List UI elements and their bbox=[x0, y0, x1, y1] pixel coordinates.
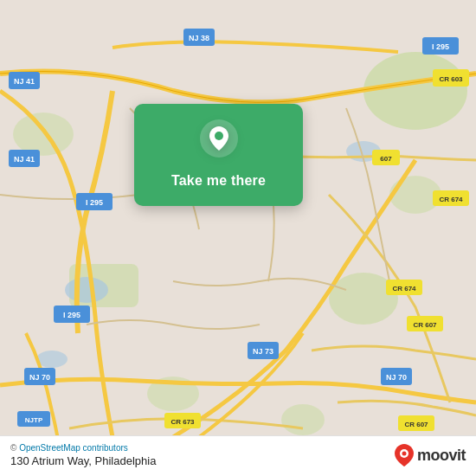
address-label: 130 Atrium Way, Philadelphia bbox=[10, 454, 156, 467]
map-container: I 295 I 295 I 295 NJ 41 NJ 41 NJ 38 CR 6… bbox=[0, 0, 476, 476]
moovit-logo: moovit bbox=[395, 444, 466, 466]
copyright-symbol: © bbox=[10, 443, 16, 453]
svg-text:NJ 41: NJ 41 bbox=[14, 155, 35, 164]
svg-text:NJ 41: NJ 41 bbox=[14, 77, 35, 86]
svg-point-8 bbox=[65, 277, 108, 303]
moovit-brand-text: moovit bbox=[417, 447, 466, 465]
svg-text:NJ 73: NJ 73 bbox=[253, 347, 273, 356]
svg-text:CR 607: CR 607 bbox=[404, 421, 428, 428]
location-pin-icon bbox=[200, 119, 238, 161]
moovit-pin-icon bbox=[395, 444, 414, 466]
popup-card: Take me there bbox=[134, 104, 303, 206]
svg-point-48 bbox=[402, 452, 406, 456]
svg-text:CR 603: CR 603 bbox=[439, 75, 463, 83]
svg-text:NJTP: NJTP bbox=[25, 416, 43, 424]
svg-text:NJ 70: NJ 70 bbox=[29, 373, 50, 382]
map-background: I 295 I 295 I 295 NJ 41 NJ 41 NJ 38 CR 6… bbox=[0, 0, 476, 476]
take-me-there-button[interactable]: Take me there bbox=[171, 170, 266, 192]
svg-text:NJ 70: NJ 70 bbox=[386, 373, 407, 382]
svg-point-1 bbox=[363, 52, 467, 130]
bottom-bar: © OpenStreetMap contributors 130 Atrium … bbox=[0, 435, 476, 476]
svg-text:CR 674: CR 674 bbox=[439, 196, 463, 203]
bottom-left-info: © OpenStreetMap contributors 130 Atrium … bbox=[10, 443, 156, 467]
svg-point-4 bbox=[13, 113, 74, 156]
osm-attribution: © OpenStreetMap contributors bbox=[10, 443, 156, 453]
svg-text:607: 607 bbox=[380, 155, 392, 163]
svg-text:I 295: I 295 bbox=[86, 198, 103, 207]
svg-text:CR 607: CR 607 bbox=[413, 321, 437, 329]
svg-text:CR 674: CR 674 bbox=[392, 285, 416, 293]
svg-text:CR 673: CR 673 bbox=[170, 418, 195, 426]
svg-point-46 bbox=[215, 132, 223, 140]
svg-point-6 bbox=[281, 404, 325, 435]
svg-text:I 295: I 295 bbox=[432, 42, 449, 51]
svg-text:I 295: I 295 bbox=[63, 311, 80, 319]
osm-link[interactable]: OpenStreetMap contributors bbox=[19, 443, 128, 453]
svg-text:NJ 38: NJ 38 bbox=[189, 34, 209, 42]
